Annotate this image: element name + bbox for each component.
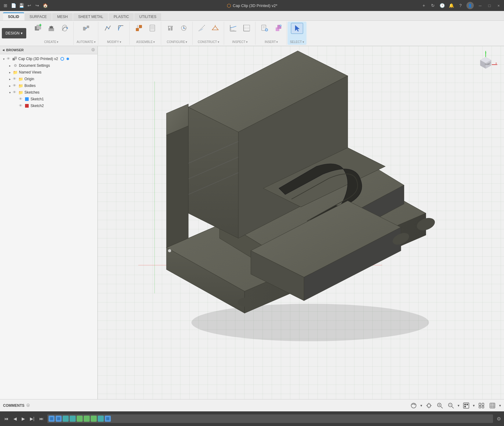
configure-button1[interactable] bbox=[164, 23, 176, 33]
extrude-button[interactable] bbox=[45, 23, 57, 33]
new-component-button[interactable] bbox=[32, 23, 44, 33]
timeline-step-forward-button[interactable]: ▶| bbox=[29, 416, 36, 422]
timeline-play-button[interactable]: ▶ bbox=[20, 416, 26, 422]
new-tab-icon[interactable]: + bbox=[421, 2, 427, 9]
minimize-button[interactable]: ─ bbox=[477, 3, 483, 9]
svg-point-63 bbox=[238, 298, 252, 307]
maximize-button[interactable]: □ bbox=[487, 3, 493, 9]
sketch1-label: Sketch1 bbox=[31, 97, 44, 101]
zoom-extents-tool[interactable] bbox=[447, 401, 455, 410]
section-select: SELECT ▾ bbox=[288, 22, 306, 45]
sketch2-eye[interactable]: 👁 bbox=[19, 104, 23, 108]
bodies-eye[interactable]: 👁 bbox=[13, 84, 17, 88]
close-button[interactable]: × bbox=[495, 3, 502, 9]
comments-settings-icon[interactable]: ⦿ bbox=[26, 403, 30, 408]
insert-button1[interactable] bbox=[259, 23, 271, 33]
tab-solid[interactable]: SOLID bbox=[3, 13, 24, 20]
help-icon[interactable]: ? bbox=[457, 2, 463, 9]
orbit-tool[interactable] bbox=[409, 401, 418, 410]
tab-mesh[interactable]: MESH bbox=[52, 13, 73, 20]
display-mode-tool[interactable] bbox=[462, 401, 470, 410]
svg-point-58 bbox=[191, 304, 429, 341]
fillet-button[interactable] bbox=[115, 23, 127, 33]
assemble-icon2 bbox=[148, 24, 157, 32]
automate-button[interactable] bbox=[80, 23, 92, 33]
tree-item-sketch2[interactable]: 👁 Sketch2 bbox=[0, 102, 97, 109]
modify-button[interactable] bbox=[101, 23, 114, 33]
construct-button1[interactable] bbox=[196, 23, 208, 33]
tab-surface[interactable]: SURFACE bbox=[25, 13, 52, 20]
timeline-step-back-button[interactable]: ◀ bbox=[12, 416, 18, 422]
grid-tool[interactable] bbox=[488, 401, 497, 410]
design-button[interactable]: DESIGN ▾ bbox=[2, 28, 26, 38]
pan-tool[interactable] bbox=[425, 401, 433, 410]
tree-item-root[interactable]: 👁 Cap Clip (3D Printed) v2 bbox=[0, 55, 97, 62]
svg-line-37 bbox=[230, 26, 236, 28]
save-icon[interactable]: 💾 bbox=[18, 2, 24, 9]
timeline-marker-extrude1[interactable] bbox=[63, 416, 69, 422]
orbit-tool-arrow[interactable]: ▾ bbox=[420, 403, 422, 408]
sketches-arrow[interactable] bbox=[8, 91, 12, 94]
sketch2-arrow bbox=[14, 104, 18, 108]
timeline-marker-fillet2[interactable] bbox=[84, 416, 90, 422]
timeline-marker-sketch1[interactable] bbox=[49, 416, 55, 422]
browser-options-icon[interactable]: ⦿ bbox=[91, 48, 95, 52]
tree-item-sketches[interactable]: 👁 📁 Sketches bbox=[0, 89, 97, 96]
inspect-button2[interactable] bbox=[241, 23, 253, 33]
bell-icon[interactable]: 🔔 bbox=[448, 2, 454, 9]
assemble-button2[interactable] bbox=[146, 23, 158, 33]
doc-settings-arrow[interactable] bbox=[8, 64, 12, 67]
tree-item-bodies[interactable]: 👁 📁 Bodies bbox=[0, 82, 97, 89]
construct-button2[interactable] bbox=[209, 23, 221, 33]
clock-icon[interactable]: 🕐 bbox=[439, 2, 445, 9]
timeline-marker-sketch2[interactable] bbox=[56, 416, 62, 422]
root-eye[interactable]: 👁 bbox=[7, 57, 11, 61]
sketches-eye[interactable]: 👁 bbox=[13, 90, 17, 95]
svg-rect-108 bbox=[482, 403, 484, 406]
collapse-icon[interactable]: ◂ bbox=[2, 48, 4, 52]
bodies-arrow[interactable] bbox=[8, 84, 12, 88]
configure-button2[interactable] bbox=[178, 23, 190, 33]
select-button[interactable] bbox=[291, 23, 303, 34]
tab-plastic[interactable]: PLASTIC bbox=[109, 13, 134, 20]
grid-arrow[interactable]: ▾ bbox=[499, 403, 501, 408]
revolve-button[interactable] bbox=[59, 23, 71, 33]
timeline-marker-fillet1[interactable] bbox=[77, 416, 83, 422]
grid-icon[interactable]: ⊞ bbox=[2, 2, 9, 9]
zoom-arrow[interactable]: ▾ bbox=[458, 403, 459, 408]
tree-item-sketch1[interactable]: 👁 Sketch1 bbox=[0, 96, 97, 102]
file-icon[interactable]: 📄 bbox=[10, 2, 16, 9]
undo-icon[interactable]: ↩ bbox=[26, 2, 32, 9]
refresh-icon[interactable]: ↻ bbox=[430, 2, 436, 9]
named-views-arrow[interactable] bbox=[8, 70, 12, 74]
assemble-button1[interactable] bbox=[133, 23, 145, 33]
timeline-marker-extrude3[interactable] bbox=[98, 416, 104, 422]
timeline-marker-fillet3[interactable] bbox=[91, 416, 97, 422]
tree-item-named-views[interactable]: 📁 Named Views bbox=[0, 69, 97, 76]
timeline-marker-extrude2[interactable] bbox=[70, 416, 76, 422]
tab-utilities[interactable]: UTILITIES bbox=[134, 13, 161, 20]
radio-button[interactable] bbox=[60, 57, 64, 61]
viewcube[interactable]: FRONT RIGHT Y X bbox=[473, 51, 498, 75]
timeline-end-button[interactable]: ⏭ bbox=[38, 416, 45, 422]
insert-button2[interactable] bbox=[272, 23, 284, 33]
redo-icon[interactable]: ↪ bbox=[34, 2, 40, 9]
origin-eye[interactable]: 👁 bbox=[13, 77, 17, 81]
home-icon[interactable]: 🏠 bbox=[42, 2, 48, 9]
sketch1-eye[interactable]: 👁 bbox=[19, 97, 23, 101]
view-tool[interactable] bbox=[477, 401, 486, 410]
timeline-settings-icon[interactable]: ⚙ bbox=[497, 416, 501, 422]
display-arrow[interactable]: ▾ bbox=[473, 403, 475, 408]
timeline-marker-sketch3[interactable] bbox=[105, 416, 111, 422]
tree-item-origin[interactable]: 👁 📁 Origin bbox=[0, 76, 97, 82]
viewport[interactable]: FRONT RIGHT Y X bbox=[98, 46, 504, 399]
root-arrow[interactable] bbox=[2, 57, 5, 61]
select-label: SELECT ▾ bbox=[290, 40, 304, 44]
timeline-beginning-button[interactable]: ⏮ bbox=[3, 416, 10, 422]
origin-arrow[interactable] bbox=[8, 77, 12, 81]
avatar-icon[interactable]: 👤 bbox=[466, 2, 474, 9]
tab-sheet-metal[interactable]: SHEET METAL bbox=[73, 13, 108, 20]
tree-item-doc-settings[interactable]: ⚙ Document Settings bbox=[0, 62, 97, 69]
inspect-button1[interactable] bbox=[227, 23, 239, 33]
zoom-tool[interactable] bbox=[436, 401, 444, 410]
